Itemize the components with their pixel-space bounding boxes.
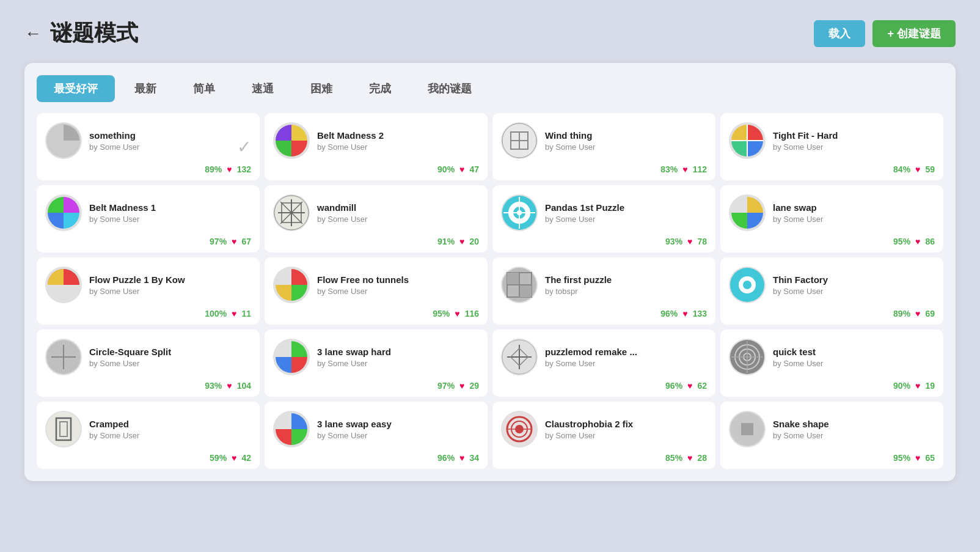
card-title: Flow Free no tunnels — [317, 274, 479, 286]
heart-icon: ♥ — [687, 237, 692, 246]
card-hearts: 86 — [925, 237, 935, 246]
card-flow-free[interactable]: Flow Free no tunnels by Some User 95% ♥ … — [265, 257, 488, 325]
heart-icon: ♥ — [232, 237, 236, 246]
card-hearts: 65 — [925, 453, 935, 463]
card-puzzlemod[interactable]: puzzlemod remake ... by Some User 96% ♥ … — [492, 329, 715, 397]
load-button[interactable]: 载入 — [814, 20, 865, 47]
card-stats: 96% ♥ 34 — [273, 453, 479, 463]
tab-完成[interactable]: 完成 — [352, 75, 408, 102]
card-user: by Some User — [545, 431, 707, 440]
card-wind-thing[interactable]: Wind thing by Some User 83% ♥ 112 — [492, 113, 715, 180]
card-quick-test[interactable]: quick test by Some User 90% ♥ 19 — [720, 329, 943, 397]
card-info: quick test by Some User — [773, 346, 935, 369]
card-thin-factory[interactable]: Thin Factory by Some User 89% ♥ 69 — [720, 257, 943, 325]
card-user: by Some User — [773, 287, 935, 296]
card-icon-wind-thing — [501, 122, 538, 159]
card-3-lane-hard[interactable]: 3 lane swap hard by Some User 97% ♥ 29 — [265, 329, 488, 397]
tab-简单[interactable]: 简单 — [176, 75, 232, 102]
card-hearts: 20 — [469, 237, 479, 246]
card-info: lane swap by Some User — [773, 202, 935, 224]
card-pandas-1st[interactable]: Pandas 1st Puzzle by Some User 93% ♥ 78 — [492, 185, 715, 252]
card-pct: 100% — [205, 309, 227, 318]
card-belt-madness-1[interactable]: Belt Madness 1 by Some User 97% ♥ 67 — [37, 185, 260, 252]
card-tight-fit-hard[interactable]: Tight Fit - Hard by Some User 84% ♥ 59 — [720, 113, 943, 180]
card-user: by Some User — [317, 142, 479, 152]
card-user: by Some User — [317, 359, 479, 368]
card-icon-claustrophobia — [501, 411, 538, 447]
card-top: Tight Fit - Hard by Some User — [729, 122, 935, 160]
card-user: by Some User — [773, 142, 935, 152]
card-pct: 96% — [437, 453, 455, 463]
heart-icon: ♥ — [459, 453, 464, 463]
card-pct: 95% — [893, 237, 910, 246]
card-top: Circle-Square Split by Some User — [45, 338, 251, 376]
card-pct: 90% — [437, 164, 455, 174]
card-hearts: 116 — [465, 309, 479, 318]
create-button[interactable]: + 创建谜题 — [872, 20, 956, 47]
card-user: by Some User — [545, 142, 707, 152]
card-icon-flow-free — [273, 267, 310, 303]
card-top: Claustrophobia 2 fix by Some User — [501, 410, 707, 448]
card-pct: 91% — [437, 237, 455, 246]
card-info: something by Some User — [89, 130, 251, 152]
card-user: by Some User — [773, 359, 935, 368]
card-pct: 97% — [437, 381, 455, 391]
card-info: Cramped by Some User — [89, 418, 251, 441]
card-stats: 85% ♥ 28 — [501, 453, 707, 463]
card-title: puzzlemod remake ... — [545, 346, 707, 358]
back-button[interactable]: ← — [24, 25, 42, 42]
card-info: Flow Free no tunnels by Some User — [317, 274, 479, 296]
tab-速通[interactable]: 速通 — [235, 75, 291, 102]
card-top: Wind thing by Some User — [501, 122, 707, 160]
card-stats: 89% ♥ 69 — [729, 309, 935, 318]
card-icon-3-lane-hard — [273, 339, 310, 375]
tab-我的谜题[interactable]: 我的谜题 — [411, 75, 489, 102]
tab-最新[interactable]: 最新 — [117, 75, 174, 102]
card-stats: 96% ♥ 133 — [501, 309, 707, 318]
svg-rect-28 — [519, 285, 532, 297]
card-first-puzzle[interactable]: The first puzzle by tobspr 96% ♥ 133 — [492, 257, 715, 325]
card-claustrophobia[interactable]: Claustrophobia 2 fix by Some User 85% ♥ … — [492, 402, 715, 469]
card-snake-shape[interactable]: Snake shape by Some User 95% ♥ 65 — [720, 402, 943, 469]
card-top: 3 lane swap hard by Some User — [273, 338, 479, 376]
card-info: Thin Factory by Some User — [773, 274, 935, 296]
heart-icon: ♥ — [915, 309, 920, 318]
card-belt-madness-2[interactable]: Belt Madness 2 by Some User 90% ♥ 47 — [265, 113, 488, 180]
card-stats: 59% ♥ 42 — [45, 453, 251, 463]
card-stats: 89% ♥ 132 — [45, 164, 251, 174]
card-title: Cramped — [89, 418, 251, 430]
card-flow-puzzle-1[interactable]: Flow Puzzle 1 By Kow by Some User 100% ♥… — [37, 257, 260, 325]
card-circle-square[interactable]: Circle-Square Split by Some User 93% ♥ 1… — [37, 329, 260, 397]
tab-困难[interactable]: 困难 — [293, 75, 349, 102]
svg-rect-27 — [507, 273, 519, 285]
card-title: Flow Puzzle 1 By Kow — [89, 274, 251, 286]
card-stats: 95% ♥ 86 — [729, 237, 935, 246]
card-icon-thin-factory — [729, 267, 766, 303]
tab-最受好评[interactable]: 最受好评 — [37, 75, 115, 102]
puzzle-grid: something by Some User ✓ 89% ♥ 132 Belt … — [37, 113, 943, 469]
card-title: Claustrophobia 2 fix — [545, 418, 707, 430]
card-top: wandmill by Some User — [273, 194, 479, 232]
card-title: 3 lane swap easy — [317, 418, 479, 430]
heart-icon: ♥ — [227, 164, 232, 174]
card-top: Flow Puzzle 1 By Kow by Some User — [45, 266, 251, 304]
card-top: Belt Madness 2 by Some User — [273, 122, 479, 160]
card-hearts: 29 — [469, 381, 479, 391]
heart-icon: ♥ — [915, 164, 920, 174]
card-top: something by Some User ✓ — [45, 122, 251, 160]
svg-point-47 — [46, 412, 81, 446]
card-title: Wind thing — [545, 130, 707, 142]
card-wandmill[interactable]: wandmill by Some User 91% ♥ 20 — [265, 185, 488, 252]
heart-icon: ♥ — [455, 309, 459, 318]
heart-icon: ♥ — [915, 237, 920, 246]
card-cramped[interactable]: Cramped by Some User 59% ♥ 42 — [37, 402, 260, 469]
card-user: by Some User — [89, 287, 251, 296]
card-pct: 95% — [433, 309, 450, 318]
card-3-lane-easy[interactable]: 3 lane swap easy by Some User 96% ♥ 34 — [265, 402, 488, 469]
card-title: quick test — [773, 346, 935, 358]
card-something[interactable]: something by Some User ✓ 89% ♥ 132 — [37, 113, 260, 180]
card-hearts: 112 — [693, 164, 707, 174]
card-lane-swap[interactable]: lane swap by Some User 95% ♥ 86 — [720, 185, 943, 252]
card-user: by tobspr — [545, 287, 707, 296]
card-pct: 93% — [205, 381, 222, 391]
